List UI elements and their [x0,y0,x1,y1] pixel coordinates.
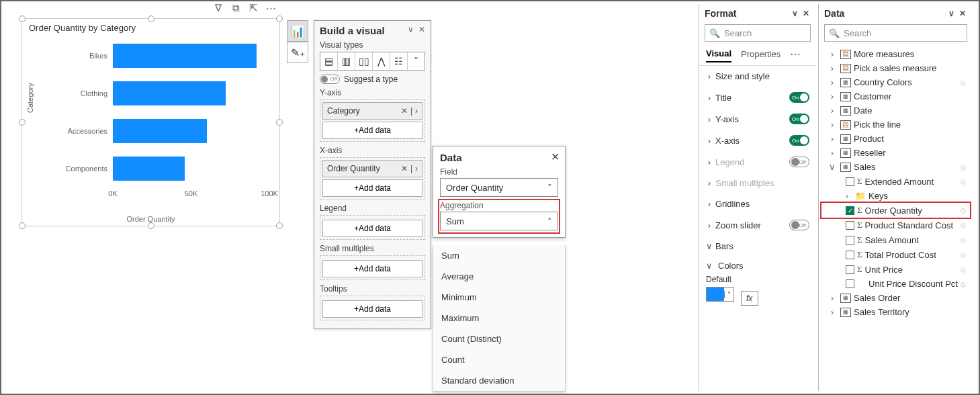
popout-icon[interactable]: ⇱ [248,3,259,13]
aggregation-option[interactable]: Sum [433,245,565,266]
format-item[interactable]: ›Y-axisOn [699,108,816,130]
tree-row[interactable]: ΣUnit Price⦸ [821,262,970,277]
checkbox[interactable] [846,177,854,186]
panel-collapse-close[interactable]: ∨ ✕ [948,9,967,18]
format-item[interactable]: ›Zoom sliderOff [699,214,816,236]
format-item[interactable]: ›LegendOff [699,151,816,173]
bar[interactable] [113,119,207,143]
filter-icon[interactable]: ∇ [213,3,224,13]
checkbox[interactable] [846,279,854,288]
tab-properties[interactable]: Properties [741,46,781,62]
checkbox[interactable] [846,265,854,274]
aggregation-option[interactable]: Standard deviation [433,370,565,391]
tree-row[interactable]: ΣProduct Standard Cost⦸ [821,218,970,232]
yaxis-field-chip[interactable]: Category ✕|› [322,102,422,120]
data-search[interactable]: 🔍 Search [824,24,967,42]
tree-row[interactable]: Unit Price Discount Pct⦸ [821,277,970,291]
format-item[interactable]: ›X-axisOn [699,130,816,151]
tree-row[interactable]: ›▦Country Colors⦸ [821,75,970,89]
bar[interactable] [113,157,185,181]
tree-row[interactable]: ›🧮Pick a sales measure [821,61,970,75]
category-label: Components [62,165,113,173]
hidden-icon: ⦸ [961,265,966,274]
tree-row[interactable]: ›🧮More measures [821,47,970,61]
format-item[interactable]: ›Gridlines [699,193,816,214]
aggregation-select[interactable]: Sum˄ [440,212,558,230]
chevron-down-icon[interactable]: ˅ [408,52,425,70]
table-icon: ▦ [840,78,851,87]
legend-section-label: Legend [320,204,425,213]
field-select[interactable]: Order Quantity˅ [440,178,558,197]
tree-row[interactable]: ΣTotal Product Cost⦸ [821,247,970,262]
format-search[interactable]: 🔍 Search [705,24,811,42]
data-panel: Data ∨ ✕ 🔍 Search ›🧮More measures›🧮Pick … [818,4,973,391]
close-icon[interactable]: ✕ [551,150,560,163]
format-brush-button[interactable]: ✎₊ [287,42,308,63]
table-icon: ▦ [840,106,851,116]
more-icon[interactable]: ⋯ [265,3,276,13]
aggregation-dropdown: SumAverageMinimumMaximumCount (Distinct)… [433,245,566,392]
chevron-right-icon[interactable]: › [415,106,418,116]
tree-row[interactable]: ›▦Date [821,103,970,118]
tree-row[interactable]: ›▦Sales Territory [821,305,970,319]
tree-row[interactable]: ›▦Reseller [821,146,970,160]
bar-icon[interactable]: ▯▯ [355,52,373,70]
pane-collapse-close[interactable]: ∨ ✕ [408,25,427,34]
tree-row[interactable]: ›▦Sales Order [821,291,970,305]
chart-visual[interactable]: Order Quantity by Category Category Bike… [21,18,280,226]
format-item[interactable]: ∨Bars [699,236,816,257]
visual-type-picker[interactable]: ▤ ▥ ▯▯ ⋀ ☷ ˅ [320,52,425,71]
tree-row[interactable]: ›▦Customer [821,89,970,103]
tooltips-section-label: Tooltips [320,284,425,294]
build-visual-button[interactable]: 📊 [287,20,308,42]
checkbox[interactable]: ✓ [846,206,854,215]
tab-visual[interactable]: Visual [706,46,731,62]
field-label: Field [440,167,558,177]
tree-row[interactable]: ›▦Product [821,132,970,146]
line-icon[interactable]: ⋀ [373,52,390,70]
panel-collapse-close[interactable]: ∨ ✕ [792,9,811,18]
focus-icon[interactable]: ⧉ [230,3,241,13]
tree-row[interactable]: ΣSales Amount⦸ [821,232,970,247]
data-panel-title: Data [824,8,844,19]
tree-row[interactable]: ∨▦Sales⦸ [821,160,970,174]
small-add-data[interactable]: +Add data [322,260,422,277]
tree-row[interactable]: ›🧮Pick the line [821,118,970,132]
color-swatch[interactable]: ˅ [706,287,734,302]
tooltips-add-data[interactable]: +Add data [322,300,422,318]
remove-icon[interactable]: ✕ [401,164,408,173]
aggregation-option[interactable]: Minimum [433,287,565,308]
fx-button[interactable]: fx [741,291,758,306]
xaxis-field-chip[interactable]: Order Quantity ✕|› [322,160,422,177]
legend-add-data[interactable]: +Add data [322,220,422,237]
tree-row[interactable]: ΣExtended Amount⦸ [821,174,970,189]
yaxis-add-data[interactable]: +Add data [322,122,422,139]
sigma-icon: Σ [857,176,862,187]
checkbox[interactable] [846,236,854,245]
xaxis-add-data[interactable]: +Add data [322,179,422,197]
format-item[interactable]: ›Small multiples [699,173,816,193]
table-icon: 🧮 [840,120,851,130]
tab-more[interactable]: ⋯ [790,48,801,60]
chevron-right-icon[interactable]: › [415,164,418,173]
stacked-bar-icon[interactable]: ▤ [320,52,338,70]
colors-section[interactable]: Colors [718,261,744,271]
aggregation-option[interactable]: Average [433,266,565,287]
table-icon: ▦ [840,308,851,317]
suggest-toggle[interactable]: Off [320,75,340,84]
table-icon[interactable]: ☷ [390,52,408,70]
bar[interactable] [113,44,257,68]
tree-row[interactable]: ✓ΣOrder Quantity⦸ [821,203,970,218]
tree-row[interactable]: ›📁Keys [821,189,970,203]
bar[interactable] [113,81,226,105]
column-icon[interactable]: ▥ [338,52,355,70]
aggregation-option[interactable]: Count [433,349,565,370]
format-item[interactable]: ›TitleOn [699,87,816,108]
aggregation-option[interactable]: Maximum [433,308,565,328]
aggregation-option[interactable]: Count (Distinct) [433,328,565,349]
sigma-icon: Σ [857,264,862,275]
format-item[interactable]: ›Size and style [699,66,816,87]
checkbox[interactable] [846,221,854,230]
remove-icon[interactable]: ✕ [401,106,408,116]
checkbox[interactable] [846,251,854,259]
